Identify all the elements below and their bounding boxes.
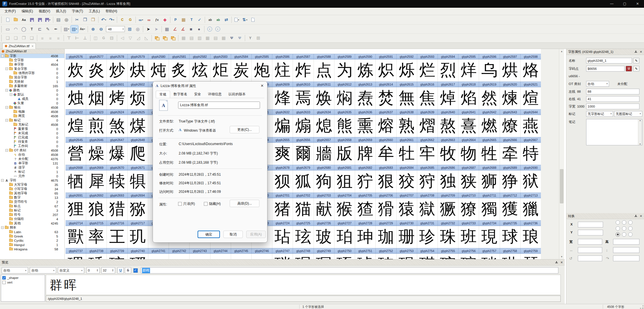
glyph-cell-2669[interactable]: 犀 (86, 171, 107, 193)
lsb-input[interactable]: 88 (586, 89, 639, 94)
glyph-cell-2578[interactable]: 炒 (107, 60, 127, 82)
glyph-header-2738[interactable]: glyph2738 (86, 248, 107, 254)
tree-item-24[interactable]: ?未分配4376 (0, 157, 64, 161)
glyph-header-2602[interactable]: glyph2602 (128, 82, 148, 87)
pin-icon[interactable] (634, 215, 637, 218)
tree-item-40[interactable]: −脚本 (0, 225, 64, 230)
tree-item-20[interactable]: 待复查0 (0, 140, 64, 144)
glyph-header-2587[interactable]: glyph2587 (293, 54, 314, 60)
zoom-in-icon[interactable]: ⊕ (89, 25, 97, 33)
validate-icon[interactable]: ✓ (196, 16, 203, 23)
glyph-header-2625[interactable]: glyph2625 (128, 109, 148, 115)
tree-item-25[interactable]: B单字形131 (0, 161, 64, 165)
glyph-cell-2704[interactable]: 猴 (334, 198, 355, 220)
x-input[interactable] (578, 222, 603, 227)
previous-glyph-icon[interactable]: ‹ (206, 25, 213, 33)
glyph-header-2578[interactable]: glyph2578 (107, 54, 127, 60)
glyph-cell-2752[interactable]: 琦 (376, 254, 396, 259)
glyph-cell-2635[interactable]: 熊 (334, 115, 355, 137)
import-data-icon[interactable]: ⇅▾ (241, 16, 249, 23)
glyph-cell-2617[interactable]: 焯 (438, 87, 458, 109)
glyph-header-2717[interactable]: glyph2717 (128, 220, 148, 226)
glyph-cell-2743[interactable] (190, 254, 210, 259)
glyph-cell-2701[interactable]: 猪 (272, 198, 293, 220)
glyph-header-2623[interactable]: glyph2623 (86, 109, 107, 115)
tree-item-21[interactable]: 工作间0 (0, 144, 64, 148)
glyph-cell-2756[interactable]: 琮 (458, 254, 479, 259)
glyph-cell-2715[interactable]: 率 (86, 226, 107, 248)
tree-item-35[interactable]: 标点67 (0, 204, 64, 208)
tab-close-icon[interactable]: × (32, 45, 34, 48)
tree-item-28[interactable]: ▭元件0 (0, 174, 64, 178)
glyph-cell-2599[interactable]: 烛 (66, 87, 86, 109)
send-backward-icon[interactable]: ❑ (28, 34, 36, 42)
remove-link-icon[interactable]: ∞ (145, 16, 153, 23)
glyph-cell-2751[interactable]: 琥 (355, 254, 376, 259)
glyph-header-2598[interactable]: glyph2598 (521, 54, 541, 60)
tab-zhuziawan[interactable]: ZhuZiAWan.ttf × (2, 43, 36, 49)
glyph-cell-2685[interactable]: 狩 (417, 171, 438, 193)
glyph-cell-2730[interactable]: 珊 (397, 226, 417, 248)
glyph-cell-2668[interactable]: 牺 (66, 171, 86, 193)
glyph-header-2583[interactable]: glyph2583 (210, 54, 231, 60)
glyph-header-2711[interactable]: glyph2711 (479, 193, 500, 198)
glyph-header-2645[interactable]: glyph2645 (66, 137, 86, 143)
glyph-cell-2643[interactable]: 燎 (500, 115, 521, 137)
width-input[interactable] (578, 239, 602, 245)
glyph-cell-2744[interactable] (210, 254, 231, 259)
glyph-cell-2703[interactable]: 献 (314, 198, 334, 220)
glyph-header-2732[interactable]: glyph2732 (438, 220, 458, 226)
glyph-cell-2749[interactable]: 琛 (314, 254, 334, 259)
contour-fill-mode-icon[interactable]: ▨▾ (71, 25, 78, 33)
glyph-header-2618[interactable]: glyph2618 (458, 82, 479, 87)
glyph-header-2741[interactable]: glyph2741 (148, 248, 169, 254)
y-input[interactable] (578, 230, 603, 235)
glyph-cell-2666[interactable]: 牵 (500, 143, 521, 165)
glyph-cell-2725[interactable]: 玹 (293, 226, 314, 248)
open-font-icon[interactable] (12, 16, 19, 23)
glyph-cell-2705[interactable]: 猹 (355, 198, 376, 220)
glyph-header-2728[interactable]: glyph2728 (355, 220, 376, 226)
glyph-header-2685[interactable]: glyph2685 (417, 165, 438, 171)
glyph-cell-2640[interactable]: 熬 (438, 115, 458, 137)
glyph-cell-2658[interactable]: 版 (334, 143, 355, 165)
glyph-header-2751[interactable]: glyph2751 (355, 248, 376, 254)
skew-right-icon[interactable]: ◺ (143, 34, 150, 42)
glyph-header-2744[interactable]: glyph2744 (210, 248, 231, 254)
glyph-header-2733[interactable]: glyph2733 (458, 220, 479, 226)
glyph-cell-2735[interactable]: 球 (500, 226, 521, 248)
select-tool-icon[interactable]: ▭ (4, 25, 11, 33)
glyph-cell-2579[interactable]: 炔 (128, 60, 148, 82)
metrics-table-5-icon[interactable]: ▤ (212, 34, 219, 42)
tree-item-14[interactable]: 网页4508 (0, 114, 64, 118)
glyph-header-2644[interactable]: glyph2644 (521, 109, 541, 115)
glyph-header-2730[interactable]: glyph2730 (397, 220, 417, 226)
measure-angle-icon[interactable]: ∠ (171, 25, 179, 33)
glyph-cell-2691[interactable]: 狸 (66, 198, 86, 220)
expander-icon[interactable]: − (5, 106, 8, 109)
ot-category-dropdown[interactable]: 自动▾ (586, 81, 609, 87)
advanced-button[interactable]: 高级(D)... (230, 200, 259, 207)
label-mode-icon[interactable]: Aa▾ (79, 25, 86, 33)
glyph-header-2670[interactable]: glyph2670 (107, 165, 127, 171)
glyph-header-2668[interactable]: glyph2668 (66, 165, 86, 171)
origin-radio-0-2[interactable] (628, 220, 633, 225)
glyph-header-2756[interactable]: glyph2756 (458, 248, 479, 254)
glyph-header-2655[interactable]: glyph2655 (272, 137, 293, 143)
glyph-header-2617[interactable]: glyph2617 (438, 82, 458, 87)
glyph-cell-2585[interactable]: 炮 (252, 60, 272, 82)
glyph-cell-2724[interactable]: 玷 (272, 226, 293, 248)
glyph-header-2613[interactable]: glyph2613 (355, 82, 376, 87)
glyph-cell-2619[interactable]: 然 (479, 87, 500, 109)
glyph-header-2729[interactable]: glyph2729 (376, 220, 396, 226)
glyph-cell-2663[interactable]: 牧 (438, 143, 458, 165)
glyph-cell-2624[interactable]: 煞 (107, 115, 127, 137)
glyph-cell-2590[interactable]: 炼 (355, 60, 376, 82)
glyph-header-2747[interactable]: glyph2747 (272, 248, 293, 254)
pin-icon[interactable] (634, 50, 637, 54)
background-image-icon[interactable]: ▨▾ (63, 25, 70, 33)
glyph-cell-2622[interactable]: 煌 (66, 115, 86, 137)
dialog-tab-2[interactable]: 安全 (191, 91, 204, 98)
minimize-button[interactable]: — (605, 0, 618, 8)
glyph-cell-2713[interactable]: 獵 (521, 198, 541, 220)
